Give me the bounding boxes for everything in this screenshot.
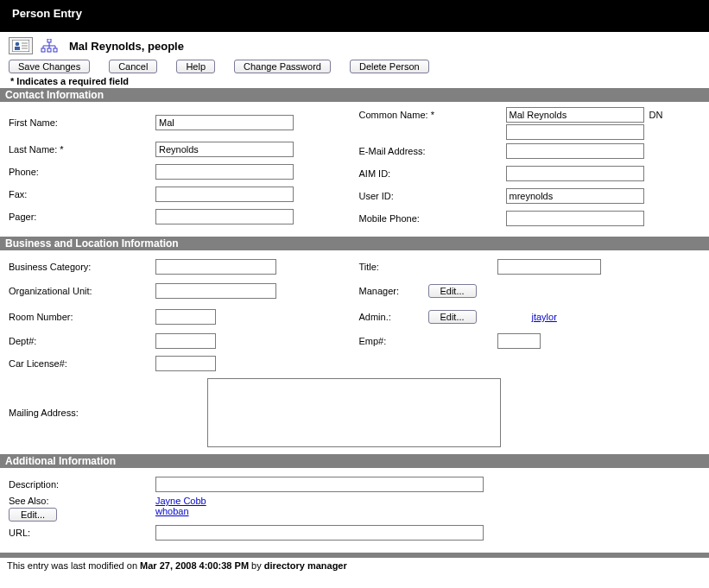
category-input[interactable] bbox=[155, 259, 276, 275]
first-name-input[interactable] bbox=[155, 115, 294, 130]
cancel-button[interactable]: Cancel bbox=[109, 60, 157, 73]
svg-rect-6 bbox=[47, 39, 51, 42]
mailing-input[interactable] bbox=[207, 378, 501, 447]
dn-input[interactable] bbox=[506, 124, 644, 140]
delete-person-button[interactable]: Delete Person bbox=[350, 60, 429, 73]
ou-input[interactable] bbox=[155, 283, 276, 299]
required-field-note: * Indicates a required field bbox=[0, 75, 709, 88]
breadcrumb: Mal Reynolds, people bbox=[69, 40, 184, 53]
label-phone: Phone: bbox=[9, 167, 155, 177]
svg-rect-9 bbox=[54, 48, 57, 52]
phone-input[interactable] bbox=[155, 164, 294, 180]
label-ou: Organizational Unit: bbox=[9, 286, 155, 296]
label-first-name: First Name: bbox=[9, 117, 155, 128]
mobile-input[interactable] bbox=[506, 211, 644, 226]
org-tree-icon[interactable] bbox=[38, 37, 60, 54]
car-input[interactable] bbox=[155, 356, 216, 371]
window-title: Person Entry bbox=[0, 0, 709, 32]
person-card-icon[interactable] bbox=[9, 37, 33, 54]
label-mobile: Mobile Phone: bbox=[359, 213, 506, 224]
label-see-also: See Also: bbox=[9, 496, 48, 506]
label-aim: AIM ID: bbox=[359, 168, 506, 179]
description-input[interactable] bbox=[155, 477, 484, 492]
svg-point-1 bbox=[16, 42, 20, 47]
emp-input[interactable] bbox=[497, 333, 541, 349]
label-last-name: Last Name: * bbox=[9, 144, 155, 155]
label-manager: Manager: bbox=[359, 286, 428, 296]
label-user-id: User ID: bbox=[359, 191, 506, 201]
label-fax: Fax: bbox=[9, 189, 155, 199]
aim-input[interactable] bbox=[506, 166, 644, 181]
change-password-button[interactable]: Change Password bbox=[234, 60, 331, 73]
last-name-input[interactable] bbox=[155, 142, 294, 157]
label-car: Car License#: bbox=[9, 358, 155, 369]
dept-input[interactable] bbox=[155, 333, 216, 349]
label-title: Title: bbox=[359, 262, 428, 272]
email-input[interactable] bbox=[506, 143, 644, 159]
label-pager: Pager: bbox=[9, 212, 155, 222]
label-mailing: Mailing Address: bbox=[9, 378, 207, 418]
save-button[interactable]: Save Changes bbox=[9, 60, 90, 73]
section-header-additional: Additional Information bbox=[0, 454, 709, 468]
see-also-link[interactable]: Jayne Cobb bbox=[155, 496, 700, 506]
section-header-contact: Contact Information bbox=[0, 88, 709, 102]
label-room: Room Number: bbox=[9, 312, 155, 322]
label-dept: Dept#: bbox=[9, 336, 155, 346]
admin-edit-button[interactable]: Edit... bbox=[428, 310, 477, 324]
see-also-link[interactable]: whoban bbox=[155, 506, 700, 516]
label-email: E-Mail Address: bbox=[359, 146, 506, 156]
title-input[interactable] bbox=[497, 259, 601, 275]
pager-input[interactable] bbox=[155, 209, 294, 224]
label-admin: Admin.: bbox=[359, 312, 428, 322]
label-category: Business Category: bbox=[9, 262, 155, 272]
label-common-name: Common Name: * bbox=[359, 107, 506, 120]
help-button[interactable]: Help bbox=[176, 60, 215, 73]
user-id-input[interactable] bbox=[506, 188, 644, 204]
manager-edit-button[interactable]: Edit... bbox=[428, 284, 477, 298]
label-dn: DN bbox=[649, 110, 663, 120]
section-header-business: Business and Location Information bbox=[0, 237, 709, 250]
svg-rect-8 bbox=[47, 48, 51, 52]
room-input[interactable] bbox=[155, 309, 216, 325]
label-url: URL: bbox=[9, 528, 155, 538]
svg-rect-7 bbox=[41, 48, 45, 52]
svg-rect-2 bbox=[15, 47, 20, 50]
footer-text: This entry was last modified on Mar 27, … bbox=[0, 558, 709, 573]
fax-input[interactable] bbox=[155, 187, 294, 202]
see-also-edit-button[interactable]: Edit... bbox=[9, 508, 57, 522]
common-name-input[interactable] bbox=[506, 107, 644, 123]
label-description: Description: bbox=[9, 479, 155, 490]
url-input[interactable] bbox=[155, 525, 484, 541]
label-emp: Emp#: bbox=[359, 336, 428, 346]
admin-link[interactable]: jtaylor bbox=[532, 312, 701, 322]
